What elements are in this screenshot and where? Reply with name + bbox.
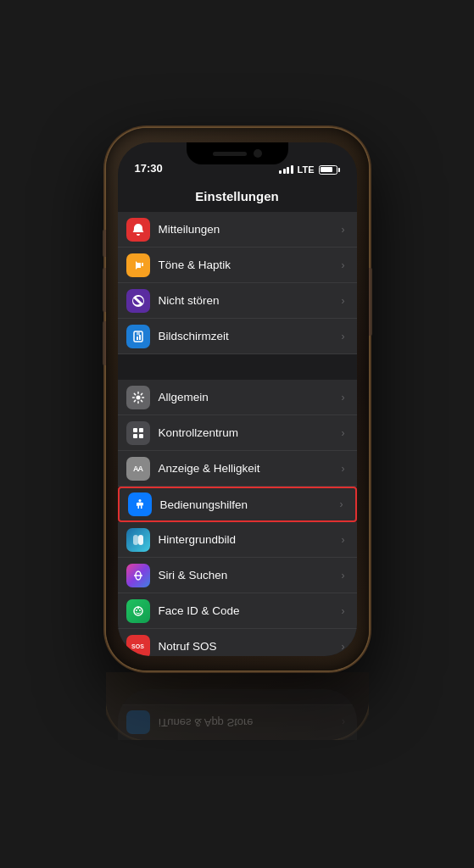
- allgemein-label: Allgemein: [159, 391, 338, 403]
- hintergrundbild-chevron: ›: [342, 534, 345, 546]
- tone-chevron: ›: [342, 259, 345, 271]
- settings-item-bedienungshilfen[interactable]: Bedienungshilfen ›: [118, 487, 357, 522]
- settings-item-nicht-storen[interactable]: Nicht stören ›: [118, 283, 357, 319]
- battery-fill: [321, 167, 332, 172]
- anzeige-label: Anzeige & Helligkeit: [159, 462, 338, 475]
- signal-bar-1: [279, 170, 282, 174]
- settings-item-mitteilungen[interactable]: Mitteilungen ›: [118, 212, 357, 248]
- settings-item-bildschirmzeit[interactable]: Bildschirmzeit ›: [118, 319, 357, 354]
- nicht-storen-label: Nicht stören: [159, 294, 338, 307]
- section-notifications: Mitteilungen › Töne & Haptik ›: [118, 212, 357, 354]
- settings-scroll: Mitteilungen › Töne & Haptik ›: [118, 212, 357, 656]
- settings-item-tone[interactable]: Töne & Haptik ›: [118, 248, 357, 283]
- notruf-chevron: ›: [342, 641, 345, 653]
- svg-point-4: [136, 395, 140, 399]
- siri-label: Siri & Suchen: [159, 569, 338, 581]
- settings-item-faceid[interactable]: Face ID & Code ›: [118, 593, 357, 629]
- phone-body: 17:30 LTE: [106, 128, 369, 670]
- allgemein-chevron: ›: [342, 392, 345, 403]
- nicht-storen-chevron: ›: [342, 295, 345, 307]
- notruf-icon: SOS: [126, 635, 150, 657]
- signal-bar-2: [283, 169, 286, 174]
- anzeige-chevron: ›: [342, 463, 345, 475]
- svg-rect-7: [133, 434, 137, 438]
- settings-item-allgemein[interactable]: Allgemein ›: [118, 380, 357, 415]
- power-button[interactable]: [369, 268, 372, 336]
- signal-bar-3: [287, 167, 289, 174]
- svg-point-13: [136, 609, 137, 611]
- signal-bars: [279, 165, 293, 174]
- siri-chevron: ›: [342, 570, 345, 581]
- svg-point-9: [138, 499, 141, 502]
- settings-item-kontrollzentrum[interactable]: Kontrollzentrum ›: [118, 415, 357, 451]
- mitteilungen-label: Mitteilungen: [159, 223, 338, 236]
- bedienungshilfen-label: Bedienungshilfen: [160, 498, 337, 511]
- battery-icon: [319, 165, 340, 175]
- nav-title: Einstellungen: [195, 189, 278, 203]
- allgemein-icon: [126, 386, 150, 409]
- kontrollzentrum-label: Kontrollzentrum: [159, 426, 338, 439]
- nav-header: Einstellungen: [118, 180, 357, 212]
- faceid-chevron: ›: [342, 605, 345, 617]
- signal-bar-4: [291, 165, 293, 174]
- bildschirmzeit-label: Bildschirmzeit: [159, 330, 338, 342]
- section-separator-1: [118, 356, 357, 380]
- battery-body: [319, 165, 337, 175]
- svg-rect-1: [137, 337, 138, 340]
- status-time: 17:30: [135, 162, 163, 175]
- reflection-item: iTunes & App Store ›: [118, 704, 357, 740]
- settings-item-hintergrundbild[interactable]: Hintergrundbild ›: [118, 522, 357, 558]
- notch: [187, 142, 288, 164]
- mitteilungen-chevron: ›: [342, 224, 345, 236]
- anzeige-icon: AA: [126, 457, 150, 481]
- phone-reflection: iTunes & App Store ›: [106, 672, 369, 740]
- svg-rect-2: [139, 335, 141, 340]
- kontrollzentrum-icon: [126, 421, 150, 445]
- settings-item-anzeige[interactable]: AA Anzeige & Helligkeit ›: [118, 451, 357, 487]
- volume-down-button[interactable]: [103, 321, 106, 365]
- bedienungshilfen-icon: [128, 492, 152, 516]
- battery-tip: [338, 168, 340, 172]
- tone-icon: [126, 253, 150, 277]
- tone-label: Töne & Haptik: [159, 259, 338, 271]
- mitteilungen-icon: [126, 218, 150, 242]
- section-general: Allgemein › Kontrollzentrum › AA: [118, 380, 357, 656]
- settings-item-siri[interactable]: Siri & Suchen ›: [118, 558, 357, 593]
- nicht-storen-icon: [126, 289, 150, 313]
- faceid-icon: [126, 599, 150, 623]
- hintergrundbild-icon: [126, 528, 150, 552]
- svg-point-14: [139, 609, 141, 611]
- kontrollzentrum-chevron: ›: [342, 427, 345, 439]
- hintergrundbild-label: Hintergrundbild: [159, 533, 338, 546]
- svg-rect-8: [139, 434, 143, 438]
- volume-up-button[interactable]: [103, 268, 106, 312]
- reflection-screen: iTunes & App Store ›: [118, 689, 357, 740]
- siri-icon: [126, 564, 150, 587]
- bedienungshilfen-chevron: ›: [340, 498, 343, 510]
- bildschirmzeit-icon: [126, 325, 150, 348]
- svg-rect-3: [137, 332, 140, 336]
- svg-rect-5: [133, 428, 137, 432]
- speaker: [213, 152, 247, 156]
- status-icons: LTE: [279, 164, 339, 175]
- lte-label: LTE: [298, 164, 315, 175]
- faceid-label: Face ID & Code: [159, 604, 338, 617]
- bildschirmzeit-chevron: ›: [342, 331, 345, 342]
- settings-item-notruf[interactable]: SOS Notruf SOS ›: [118, 629, 357, 656]
- camera: [254, 149, 262, 158]
- screen: 17:30 LTE: [118, 142, 357, 656]
- mute-button[interactable]: [103, 230, 106, 257]
- notruf-label: Notruf SOS: [159, 640, 338, 653]
- svg-rect-6: [139, 428, 143, 432]
- phone-wrapper: 17:30 LTE: [0, 0, 474, 868]
